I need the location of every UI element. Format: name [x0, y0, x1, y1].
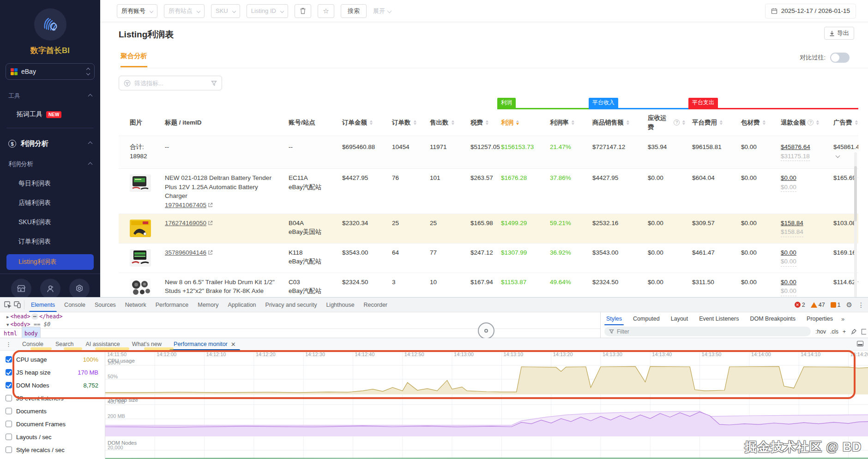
sort-control[interactable]: ▲▼ [855, 120, 858, 125]
settings-icon[interactable] [69, 279, 90, 297]
sort-control[interactable]: ▲▼ [369, 120, 373, 125]
devtools-tab-sources[interactable]: Sources [90, 298, 121, 312]
styles-tab-dom-breakpoints[interactable]: DOM Breakpoints [744, 312, 801, 325]
devtools-menu-icon[interactable]: ⋮ [858, 301, 864, 309]
column-header-order_amount[interactable]: 订单金额▲▼ [338, 109, 388, 136]
styles-toggle-hov[interactable]: :hov [815, 328, 826, 335]
checkbox-icon[interactable] [6, 408, 12, 414]
table-scrollbar[interactable] [854, 152, 857, 297]
column-header-ad_fee[interactable]: 广告费▲▼ [830, 109, 858, 136]
perf-metric-dom-nodes[interactable]: DOM Nodes8,752 [0, 379, 105, 392]
help-icon[interactable]: ? [674, 119, 680, 125]
sidebar-item-每日利润表[interactable]: 每日利润表 [0, 179, 100, 188]
table-row[interactable]: 357896094146K118eBay汽配站$3543.006477$247.… [119, 244, 858, 273]
column-header-title[interactable]: 标题 / itemID [161, 109, 285, 136]
column-header-profit[interactable]: 利润▲▼ [497, 109, 546, 136]
metric-filter-input[interactable] [134, 80, 207, 87]
sidebar-item-订单利润表[interactable]: 订单利润表 [0, 238, 100, 246]
table-row[interactable]: NEW 021-0128 Deltran Battery Tender Plus… [119, 169, 858, 214]
styles-toggle-[interactable]: + [843, 328, 846, 335]
sort-control[interactable]: ▲▼ [485, 120, 489, 125]
checkbox-icon[interactable] [6, 434, 12, 440]
issues-badge[interactable]: 1 [831, 302, 841, 308]
cell-refund_amount[interactable]: $0.00$0.00 [777, 273, 830, 298]
checkbox-icon[interactable] [6, 395, 12, 401]
inspect-element-icon[interactable] [4, 301, 12, 309]
column-header-platform_fee[interactable]: 平台费用▲▼ [688, 109, 737, 136]
help-icon[interactable]: ? [808, 119, 814, 125]
collapse-arrow-icon[interactable]: ▼ [6, 322, 9, 327]
dom-node-body-selected[interactable]: ▼<body> == $0 [0, 320, 600, 328]
devtools-tab-console[interactable]: Console [60, 298, 90, 312]
funnel-icon[interactable] [211, 80, 217, 86]
devtools-settings-icon[interactable]: ⚙ [846, 301, 852, 309]
perf-metric-js-heap-size[interactable]: JS heap size170 MB [0, 366, 105, 379]
sort-control[interactable]: ▲▼ [451, 120, 455, 125]
drawer-layout-icon[interactable] [857, 341, 863, 346]
perf-metric-cpu-usage[interactable]: CPU usage100% [0, 353, 105, 366]
device-toolbar-icon[interactable] [13, 301, 21, 309]
close-icon[interactable]: ✕ [231, 341, 236, 348]
checkbox-icon[interactable] [6, 447, 12, 453]
column-header-product_sales[interactable]: 商品销售额▲▼ [589, 109, 644, 136]
sidebar-item-SKU利润表[interactable]: SKU利润表 [0, 218, 100, 227]
table-row[interactable]: New 8 on 6.5" Trailer Hub Drum Kit 1/2" … [119, 273, 858, 298]
perf-metric-document-frames[interactable]: Document Frames [0, 417, 105, 430]
column-header-shipping_receivable[interactable]: 应收运费?▲▼ [644, 109, 688, 136]
styles-filter-input[interactable]: Filter [604, 327, 811, 336]
tab-aggregate-analysis[interactable]: 聚合分析 [121, 52, 147, 67]
sort-control[interactable]: ▲▼ [516, 120, 519, 125]
favorite-button[interactable]: ☆ [318, 4, 334, 18]
styles-tab-styles[interactable]: Styles [601, 312, 627, 325]
styles-tab-layout[interactable]: Layout [665, 312, 694, 325]
console-errors-badge[interactable]: ✕ 2 [795, 302, 805, 308]
devtools-tab-lighthouse[interactable]: Lighthouse [321, 298, 359, 312]
expand-filters-button[interactable]: 展开 [373, 7, 391, 15]
platform-select[interactable]: eBay [6, 63, 95, 80]
sidebar-item-店铺利润表[interactable]: 店铺利润表 [0, 199, 100, 207]
checkbox-icon[interactable] [6, 421, 12, 427]
column-header-sold[interactable]: 售出数▲▼ [426, 109, 467, 136]
item-id-link[interactable]: 357896094146 [165, 248, 213, 257]
checkbox-icon[interactable] [6, 369, 12, 376]
site-filter-select[interactable]: 所有站点 [164, 4, 205, 18]
sort-control[interactable]: ▲▼ [413, 120, 417, 125]
account-filter-select[interactable]: 所有账号 [117, 4, 157, 18]
column-header-refund_amount[interactable]: 退款金额?▲▼ [777, 109, 830, 136]
cell-refund_amount[interactable]: $45876.64$31175.18 [777, 136, 830, 168]
devtools-tab-performance[interactable]: Performance [151, 298, 193, 312]
elements-tree-panel[interactable]: ▶<head>⋯</head> ▼<body> == $0 html body [0, 312, 600, 338]
column-header-tax[interactable]: 税费▲▼ [467, 109, 497, 136]
perf-metric-js-event-listeners[interactable]: JS event listeners [0, 392, 105, 405]
styles-tab-computed[interactable]: Computed [627, 312, 665, 325]
column-header-profit_rate[interactable]: 利润率▲▼ [546, 109, 589, 136]
sort-control[interactable]: ▲▼ [762, 120, 766, 125]
users-icon[interactable] [40, 279, 60, 297]
compare-past-toggle[interactable] [830, 53, 850, 63]
grid-badge-icon-cut[interactable] [862, 329, 866, 334]
perf-metric-layouts-sec[interactable]: Layouts / sec [0, 430, 105, 443]
sort-control[interactable]: ▲▼ [571, 120, 575, 125]
devtools-tab-application[interactable]: Application [223, 298, 260, 312]
sidebar-item-keyword-tool[interactable]: 拓词工具 NEW [0, 110, 100, 119]
drawer-menu-icon[interactable]: ⋮ [0, 341, 16, 348]
export-button[interactable]: 导出 [824, 27, 854, 40]
sidebar-section-tools[interactable]: 工具 [0, 92, 100, 100]
column-header-packaging_fee[interactable]: 包材费▲▼ [737, 109, 777, 136]
store-add-icon[interactable] [11, 279, 31, 297]
expand-arrow-icon[interactable]: ▶ [6, 315, 9, 319]
styles-toggle-cls[interactable]: .cls [830, 328, 838, 335]
cell-refund_amount[interactable]: $0.00$0.00 [777, 169, 830, 213]
devtools-tab-elements[interactable]: Elements [26, 298, 60, 312]
perf-metric-documents[interactable]: Documents [0, 405, 105, 417]
column-header-orders[interactable]: 订单数▲▼ [388, 109, 426, 136]
breadcrumb-html[interactable]: html [4, 330, 17, 337]
sort-control[interactable]: ▲▼ [816, 120, 820, 125]
listing-id-filter-select[interactable]: Listing ID [247, 4, 288, 18]
console-warnings-badge[interactable]: 47 [811, 302, 825, 308]
sort-control[interactable]: ▲▼ [682, 120, 686, 125]
sidebar-submenu-profit-analysis[interactable]: 利润分析 [0, 160, 100, 168]
column-header-image[interactable]: 图片 [119, 109, 161, 136]
checkbox-icon[interactable] [6, 382, 12, 388]
item-id-link[interactable]: 176274169050 [165, 219, 213, 228]
